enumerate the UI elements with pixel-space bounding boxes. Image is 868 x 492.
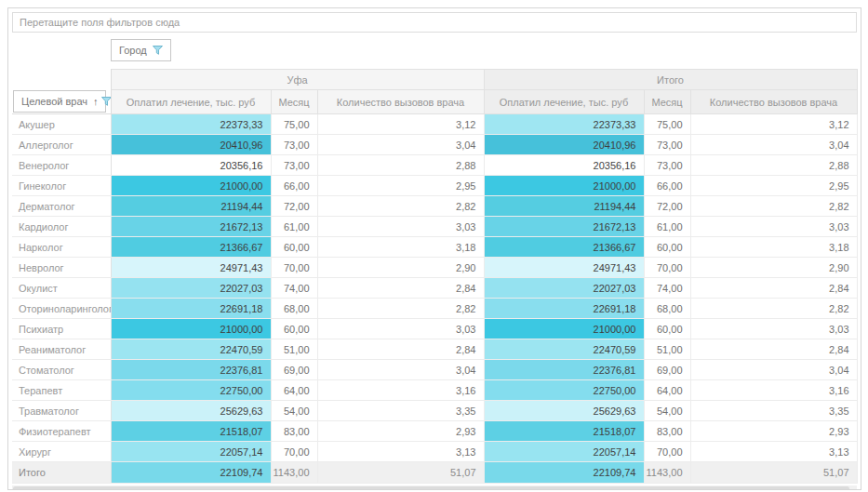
calls-cell-total: 3,03 <box>690 217 857 237</box>
month-cell-ufa: 72,00 <box>271 196 317 217</box>
calls-cell-ufa: 3,16 <box>317 380 484 401</box>
calls-cell-total: 3,35 <box>690 401 857 421</box>
calls-cell-ufa: 51,07 <box>317 462 484 484</box>
row-header-cell: Акушер <box>12 114 111 135</box>
calls-cell-total: 3,04 <box>690 360 857 380</box>
paid-cell-ufa: 21366,67 <box>111 237 271 258</box>
month-cell-ufa: 73,00 <box>271 155 317 176</box>
table-row: Психиатр21000,0060,003,0321000,0060,003,… <box>12 319 857 339</box>
month-cell-ufa: 83,00 <box>271 421 317 442</box>
filter-drop-area[interactable]: Перетащите поля фильтров сюда <box>12 12 857 33</box>
column-group-ufa: Уфа <box>111 70 484 90</box>
month-cell-ufa: 70,00 <box>271 442 317 462</box>
calls-cell-total: 3,16 <box>690 380 857 401</box>
calls-cell-total: 3,18 <box>690 237 857 258</box>
row-header-cell: Физиотерапевт <box>12 421 111 442</box>
calls-cell-total: 3,13 <box>690 442 857 462</box>
calls-cell-ufa: 3,18 <box>317 237 484 258</box>
month-cell-total: 69,00 <box>644 360 690 380</box>
month-cell-ufa: 54,00 <box>271 401 317 421</box>
calls-cell-total: 51,07 <box>690 462 857 484</box>
calls-cell-ufa: 3,04 <box>317 135 484 155</box>
column-fields-area: Город <box>12 39 857 62</box>
month-cell-total: 66,00 <box>644 176 690 196</box>
table-row: Окулист22027,0374,002,8422027,0374,002,8… <box>12 278 857 299</box>
paid-cell-total: 25629,63 <box>484 401 644 421</box>
calls-cell-total: 2,93 <box>690 421 857 442</box>
calls-cell-ufa: 3,35 <box>317 401 484 421</box>
row-header-cell: Венеролог <box>12 155 111 176</box>
table-row: Физиотерапевт21518,0783,002,9321518,0783… <box>12 421 857 442</box>
paid-cell-total: 20356,16 <box>484 155 644 176</box>
table-row: Нарколог21366,6760,003,1821366,6760,003,… <box>12 237 857 258</box>
row-field-button[interactable]: Целевой врач ↑ <box>13 90 106 113</box>
calls-cell-ufa: 3,13 <box>317 442 484 462</box>
pivot-table: Целевой врач ↑ Уфа Итого Оплатил лечение… <box>12 69 858 484</box>
filter-funnel-icon[interactable] <box>101 97 111 106</box>
paid-cell-ufa: 22109,74 <box>111 462 271 484</box>
paid-cell-ufa: 21518,07 <box>111 421 271 442</box>
paid-cell-total: 22057,14 <box>484 442 644 462</box>
month-cell-ufa: 68,00 <box>271 299 317 319</box>
horizontal-scrollbar[interactable] <box>12 485 857 490</box>
row-header-cell: Кардиолог <box>12 217 111 237</box>
month-cell-total: 72,00 <box>644 196 690 217</box>
table-row: Венеролог20356,1673,002,8820356,1673,002… <box>12 155 857 176</box>
calls-cell-ufa: 2,82 <box>317 299 484 319</box>
month-cell-total: 68,00 <box>644 299 690 319</box>
row-header-cell: Окулист <box>12 278 111 299</box>
calls-cell-ufa: 2,84 <box>317 278 484 299</box>
month-cell-ufa: 60,00 <box>271 237 317 258</box>
total-row: Итого22109,741143,0051,0722109,741143,00… <box>12 462 857 484</box>
paid-cell-ufa: 22373,33 <box>111 114 271 135</box>
month-cell-total: 74,00 <box>644 278 690 299</box>
month-cell-total: 60,00 <box>644 319 690 339</box>
paid-cell-ufa: 22750,00 <box>111 380 271 401</box>
table-row: Терапевт22750,0064,003,1622750,0064,003,… <box>12 380 857 401</box>
paid-cell-total: 24971,43 <box>484 258 644 278</box>
paid-cell-total: 21000,00 <box>484 319 644 339</box>
paid-cell-total: 20410,96 <box>484 135 644 155</box>
paid-cell-ufa: 22470,59 <box>111 339 271 360</box>
paid-cell-ufa: 24971,43 <box>111 258 271 278</box>
filter-funnel-icon[interactable] <box>153 46 163 55</box>
scrollbar-thumb[interactable] <box>13 486 849 490</box>
paid-cell-total: 22373,33 <box>484 114 644 135</box>
paid-cell-total: 22470,59 <box>484 339 644 360</box>
row-header-cell: Нарколог <box>12 237 111 258</box>
month-cell-total: 1143,00 <box>644 462 690 484</box>
month-cell-ufa: 69,00 <box>271 360 317 380</box>
month-cell-total: 54,00 <box>644 401 690 421</box>
month-cell-ufa: 64,00 <box>271 380 317 401</box>
paid-cell-ufa: 22376,81 <box>111 360 271 380</box>
row-field-label: Целевой врач <box>21 96 87 107</box>
paid-cell-ufa: 25629,63 <box>111 401 271 421</box>
sort-asc-icon[interactable]: ↑ <box>93 97 99 107</box>
month-cell-ufa: 74,00 <box>271 278 317 299</box>
row-header-cell: Дерматолог <box>12 196 111 217</box>
column-field-city[interactable]: Город <box>111 39 171 61</box>
paid-cell-total: 22027,03 <box>484 278 644 299</box>
table-row: Травматолог25629,6354,003,3525629,6354,0… <box>12 401 857 421</box>
paid-cell-total: 22691,18 <box>484 299 644 319</box>
paid-cell-ufa: 21672,13 <box>111 217 271 237</box>
calls-cell-total: 2,82 <box>690 299 857 319</box>
paid-cell-total: 21518,07 <box>484 421 644 442</box>
month-cell-total: 64,00 <box>644 380 690 401</box>
paid-cell-total: 22376,81 <box>484 360 644 380</box>
column-header-calls: Количество вызовов врача <box>690 90 857 114</box>
month-cell-ufa: 1143,00 <box>271 462 317 484</box>
table-row: Гинеколог21000,0066,002,9521000,0066,002… <box>12 176 857 196</box>
table-row: Акушер22373,3375,003,1222373,3375,003,12 <box>12 114 857 135</box>
column-header-month: Месяц <box>644 90 690 114</box>
paid-cell-ufa: 21194,44 <box>111 196 271 217</box>
calls-cell-ufa: 2,82 <box>317 196 484 217</box>
paid-cell-ufa: 20410,96 <box>111 135 271 155</box>
column-header-paid: Оплатил лечение, тыс. руб <box>111 90 271 114</box>
month-cell-total: 83,00 <box>644 421 690 442</box>
paid-cell-total: 21672,13 <box>484 217 644 237</box>
month-cell-ufa: 75,00 <box>271 114 317 135</box>
paid-cell-total: 21000,00 <box>484 176 644 196</box>
calls-cell-total: 2,84 <box>690 339 857 360</box>
paid-cell-total: 21194,44 <box>484 196 644 217</box>
